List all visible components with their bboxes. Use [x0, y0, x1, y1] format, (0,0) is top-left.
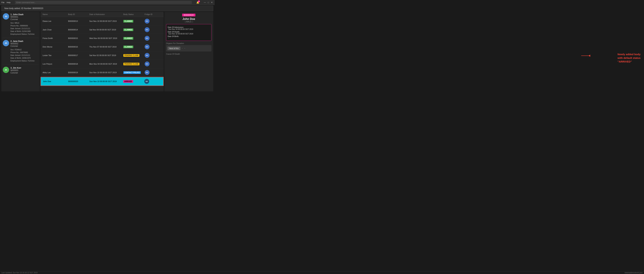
cell-bodyid-6: B00000019 [68, 71, 89, 74]
cell-status-4: PENDING CLAIM [123, 54, 145, 57]
minimize-button[interactable]: — [204, 1, 206, 4]
table-row-1[interactable]: Jack Chan B00000014 Sat Nov 09 00:00:00 … [40, 26, 164, 34]
user-id-3: W00003 [10, 69, 21, 72]
user-role-3: Coroner [10, 72, 21, 74]
notification-message: New body added. ID Number: B00000020 [4, 7, 43, 10]
col-date: Date of Admission [89, 13, 123, 15]
col-status: Body Status [123, 13, 145, 15]
table-row-4[interactable]: Lester Tan B00000017 Sat Nov 02 00:00:00… [40, 51, 164, 60]
cell-bodyid-2: B00000015 [68, 37, 89, 39]
col-bodyid: Body ID [68, 13, 89, 15]
user-id-2: W00002 [10, 43, 34, 45]
avatar-2: JD [3, 40, 9, 46]
user-id-1: W00001 [10, 16, 34, 18]
cell-name-3: Dion Morse [42, 46, 68, 48]
user-info-3: 3. Jim Kerr W00003 Coroner [10, 67, 21, 74]
cell-fridge-4: NA [145, 53, 162, 58]
cell-name-1: Jack Chan [42, 29, 68, 31]
user-info-2: 2. Jane Daah W00002 Coroner Sex: FEMALE … [10, 40, 34, 62]
notification-bar: New body added. ID Number: B00000020 [2, 6, 213, 11]
cell-status-6: CONTACT POLICE [123, 71, 145, 74]
cell-fridge-2: NA [145, 36, 162, 41]
command-search[interactable] [15, 1, 192, 4]
table-row-6[interactable]: Abby Lee B00000019 Sun Nov 10 00:00:00 S… [40, 68, 164, 77]
user-name-2: 2. Jane Daah [10, 40, 34, 43]
cell-date-6: Sun Nov 10 00:00:00 SGT 2019 [89, 71, 123, 74]
user-item-1[interactable]: JD 1. John Daah W00001 Coroner Sex: MALE… [3, 13, 38, 38]
cell-bodyid-4: B00000017 [68, 54, 89, 56]
table-row-2[interactable]: Fiona Smith B00000015 Wed Nov 06 00:00:0… [40, 34, 164, 43]
user-details-2: Sex: FEMALE Phone No.: 86878885 Date Joi… [10, 48, 34, 62]
cell-fridge-3: NA [145, 44, 162, 49]
window-controls[interactable]: — □ ✕ [204, 1, 213, 4]
body-gender: - | MALE | - [166, 21, 212, 23]
dob-value: - [168, 37, 210, 39]
table-header: Name Body ID Date of Admission Body Stat… [40, 12, 164, 17]
death-date-value: Sun Nov 10 00:00:00 SGT 2019 [168, 33, 210, 35]
cell-fridge-5: NA [145, 62, 162, 66]
cell-name-4: Lester Tan [42, 54, 68, 56]
cell-date-3: Thu Nov 07 00:00:00 SGT 2019 [89, 46, 123, 48]
cell-name-5: Lee Peiyun [42, 63, 68, 65]
maximize-button[interactable]: □ [207, 1, 210, 4]
user-item-3[interactable]: JK 3. Jim Kerr W00003 Coroner [3, 67, 38, 76]
cell-name-0: Diana Lee [42, 20, 68, 22]
menu-bar[interactable]: File Help [2, 2, 10, 4]
adm-date-value: Sun Nov 10 00:00:00 SGT 2019 [168, 28, 210, 30]
user-name-3: 3. Jim Kerr [10, 67, 21, 69]
body-id-badge: B00000020 [182, 14, 196, 17]
cell-fridge-0: NA [145, 19, 162, 24]
notification-button[interactable]: 🔔 4 [196, 1, 199, 4]
next-of-kin-button[interactable]: Next of Kin [168, 47, 180, 50]
cell-date-2: Wed Nov 06 00:00:00 SGT 2019 [89, 37, 123, 39]
main-layout: JD 1. John Daah W00001 Coroner Sex: MALE… [2, 12, 213, 91]
col-name: Name [42, 13, 68, 15]
cell-bodyid-5: B00000018 [68, 63, 89, 65]
table-row-5[interactable]: Lee Peiyun B00000018 Mon Nov 04 00:00:00… [40, 60, 164, 68]
kin-dash-1: - [182, 47, 183, 50]
user-item-2[interactable]: JD 2. Jane Daah W00002 Coroner Sex: FEMA… [3, 40, 38, 65]
cell-status-2: CLAIMED [123, 37, 145, 40]
body-name: John Doe [166, 18, 212, 21]
table-row-3[interactable]: Dion Morse B00000016 Thu Nov 07 00:00:00… [40, 43, 164, 51]
cell-date-1: Sat Nov 09 00:00:00 SGT 2019 [89, 29, 123, 31]
cell-name-2: Fiona Smith [42, 37, 68, 39]
cell-bodyid-0: B00000013 [68, 20, 89, 22]
cell-date-4: Sat Nov 02 00:00:00 SGT 2019 [89, 54, 123, 56]
close-button[interactable]: ✕ [210, 1, 213, 4]
cell-name-7: John Doe [43, 80, 68, 82]
body-detail-box: Date Of Admission: Sun Nov 10 00:00:00 S… [166, 24, 212, 41]
cell-bodyid-7: B00000020 [68, 80, 89, 82]
user-name-1: 1. John Daah [10, 13, 34, 16]
kin-dash-2: - [184, 47, 185, 50]
cell-status-1: CLAIMED [123, 29, 145, 31]
table-row-7[interactable]: John Doe B00000020 Sun Nov 10 00:00:00 S… [40, 77, 164, 86]
menu-help[interactable]: Help [7, 2, 11, 4]
search-input[interactable] [15, 1, 192, 4]
left-panel: JD 1. John Daah W00001 Coroner Sex: MALE… [2, 12, 40, 91]
cause-of-death-label: Cause Of Death [166, 53, 212, 55]
user-details-1: Sex: MALE Phone No.: 89896666 Date Joine… [10, 22, 34, 36]
organs-label: Organs For Donation [166, 42, 212, 44]
cell-name-6: Abby Lee [42, 71, 68, 74]
cell-bodyid-3: B00000016 [68, 46, 89, 48]
table-row-0[interactable]: Diana Lee B00000013 Sun Nov 10 00:00:00 … [40, 17, 164, 26]
cell-date-0: Sun Nov 10 00:00:00 SGT 2019 [89, 20, 123, 22]
cell-bodyid-1: B00000014 [68, 29, 89, 31]
cell-status-5: PENDING CLAIM [123, 63, 145, 65]
next-of-kin-box: Next of Kin - - [166, 45, 212, 52]
user-role-2: Coroner [10, 45, 34, 47]
table-body: Diana Lee B00000013 Sun Nov 10 00:00:00 … [40, 17, 164, 91]
menu-file[interactable]: File [2, 2, 4, 4]
cell-status-7: ARRIVED [123, 80, 144, 83]
cell-status-3: CLAIMED [123, 46, 145, 48]
user-role-1: Coroner [10, 18, 34, 21]
dob-label: Date Of Birth: [168, 36, 210, 37]
title-bar: File Help 🔔 4 — □ ✕ [0, 0, 214, 5]
avatar-1: JD [3, 13, 9, 20]
cell-fridge-7: NA [144, 79, 161, 84]
body-table: Name Body ID Date of Admission Body Stat… [40, 12, 164, 91]
cell-date-5: Mon Nov 04 00:00:00 SGT 2019 [89, 63, 123, 65]
cell-date-7: Sun Nov 10 00:00:00 SGT 2019 [89, 80, 123, 82]
death-date-label: Date Of Death: [168, 31, 210, 33]
